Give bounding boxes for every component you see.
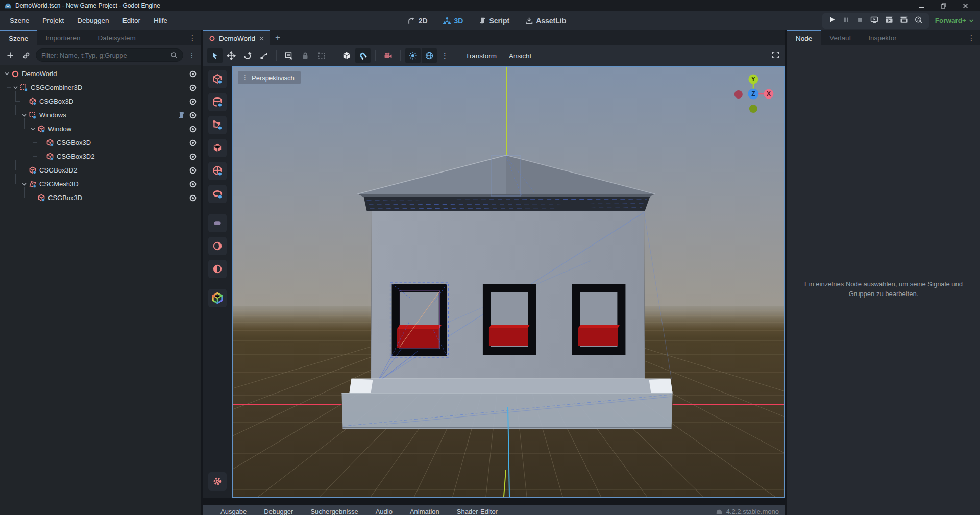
attached-script-icon[interactable] (178, 111, 185, 119)
close-button[interactable] (962, 3, 969, 9)
tree-row-window[interactable]: Window (0, 122, 201, 136)
tree-row-csgbox3d[interactable]: CSGBox3D (0, 94, 201, 108)
menu-editor[interactable]: Editor (116, 14, 147, 28)
visibility-eye-icon[interactable] (189, 70, 197, 78)
csg-cylinder-button[interactable] (208, 93, 227, 111)
scene-filter-input[interactable] (41, 52, 167, 59)
group-node-button[interactable] (314, 48, 329, 63)
local-space-button[interactable] (339, 48, 354, 63)
3d-viewport[interactable]: Y X Z ⋮ Perspektivisch (232, 66, 785, 498)
new-scene-tab-button[interactable]: + (270, 30, 285, 45)
tab-node[interactable]: Node (787, 30, 821, 45)
play-scene-button[interactable] (885, 16, 893, 26)
tree-row-csgbox3d2[interactable]: CSGBox3D2 (0, 150, 201, 163)
visibility-eye-icon[interactable] (189, 111, 197, 119)
menu-debuggen[interactable]: Debuggen (70, 14, 115, 28)
visibility-eye-icon[interactable] (189, 84, 197, 92)
snap-toggle-button[interactable] (355, 48, 371, 63)
tab-dateisystem[interactable]: Dateisystem (89, 30, 144, 45)
visibility-eye-icon[interactable] (189, 194, 197, 202)
tree-row-csgmesh3d[interactable]: CSGMesh3D (0, 177, 201, 191)
dock-menu-dots[interactable]: ⋮ (184, 30, 201, 45)
visibility-eye-icon[interactable] (189, 180, 197, 188)
collapse-caret-icon[interactable] (29, 125, 37, 133)
right-dock-menu-dots[interactable]: ⋮ (963, 30, 980, 45)
perspective-dropdown[interactable]: ⋮ Perspektivisch (238, 71, 301, 84)
play-button[interactable] (828, 16, 836, 26)
add-node-button[interactable] (4, 49, 16, 61)
csg-operation-union-button[interactable] (208, 214, 227, 232)
gridmap-button[interactable] (208, 289, 227, 307)
collapse-caret-icon[interactable] (3, 70, 11, 78)
tab-verlauf[interactable]: Verlauf (821, 30, 860, 45)
tree-row-csgbox3d[interactable]: CSGBox3D (0, 191, 201, 205)
tab-szene[interactable]: Szene (0, 30, 37, 45)
collapse-caret-icon[interactable] (12, 84, 19, 91)
csg-mesh-button[interactable] (208, 139, 227, 157)
visibility-eye-icon[interactable] (189, 166, 197, 175)
csg-operation-subtraction-button[interactable] (208, 260, 227, 278)
fullscreen-expand-icon[interactable] (771, 51, 780, 61)
tree-row-demoworld[interactable]: DemoWorld (0, 67, 201, 81)
menu-hilfe[interactable]: Hilfe (147, 14, 174, 28)
workspace-script-button[interactable]: Script (474, 15, 513, 27)
renderer-dropdown[interactable]: Forward+ (935, 17, 974, 24)
close-tab-icon[interactable] (259, 36, 264, 41)
csg-polygon-button[interactable] (208, 116, 227, 134)
select-tool-button[interactable] (207, 48, 223, 63)
bottom-tab-debugger[interactable]: Debugger (264, 505, 293, 515)
gizmo-neg-y[interactable] (749, 105, 757, 113)
transform-menu[interactable]: Transform (460, 52, 502, 60)
csg-cylinder-icon (212, 96, 223, 108)
tree-row-windows[interactable]: Windows (0, 108, 201, 122)
play-custom-scene-button[interactable] (900, 16, 908, 26)
menu-projekt[interactable]: Projekt (36, 14, 70, 28)
tab-importieren[interactable]: Importieren (37, 30, 89, 45)
scene-tab-demoworld[interactable]: DemoWorld (203, 30, 270, 45)
pause-button[interactable] (843, 16, 850, 26)
tree-row-csgcombiner3d[interactable]: CSGCombiner3D (0, 81, 201, 94)
workspace-2d-button[interactable]: 2D (403, 15, 432, 27)
rotate-tool-button[interactable] (240, 48, 255, 63)
visibility-eye-icon[interactable] (189, 139, 197, 147)
tree-menu-dots[interactable]: ⋮ (187, 51, 197, 59)
scene-tree: DemoWorld CSGCombiner3D CSGBox3D (0, 65, 201, 515)
preview-camera-button[interactable] (380, 48, 396, 63)
list-select-tool-button[interactable] (281, 48, 297, 63)
visibility-eye-icon[interactable] (189, 153, 197, 161)
workspace-3d-button[interactable]: 3D (439, 15, 468, 27)
scale-tool-button[interactable] (256, 48, 272, 63)
visibility-eye-icon[interactable] (189, 97, 197, 106)
tree-row-csgbox3d[interactable]: CSGBox3D (0, 136, 201, 150)
csg-torus-button[interactable] (208, 185, 227, 203)
viewport-extra-options-dots[interactable]: ⋮ (438, 51, 452, 60)
gizmo-neg-x[interactable] (734, 90, 743, 99)
visibility-eye-icon[interactable] (189, 125, 197, 133)
settings-gear-button[interactable] (208, 472, 227, 491)
lock-node-button[interactable] (298, 48, 313, 63)
bottom-tab-suchergebnisse[interactable]: Suchergebnisse (310, 505, 358, 515)
csg-operation-intersection-button[interactable] (208, 237, 227, 255)
tree-row-csgbox3d2[interactable]: CSGBox3D2 (0, 163, 201, 177)
preview-environment-button[interactable] (422, 48, 437, 63)
bottom-tab-animation[interactable]: Animation (410, 505, 439, 515)
minimize-button[interactable] (918, 3, 925, 9)
stop-button[interactable] (856, 16, 864, 26)
bottom-tab-shader-editor[interactable]: Shader-Editor (457, 505, 498, 515)
bottom-tab-ausgabe[interactable]: Ausgabe (220, 505, 247, 515)
collapse-caret-icon[interactable] (20, 180, 28, 188)
restore-button[interactable] (940, 3, 947, 9)
move-tool-button[interactable] (224, 48, 239, 63)
csg-box-button[interactable] (208, 70, 227, 88)
bottom-tab-audio[interactable]: Audio (376, 505, 393, 515)
view-menu[interactable]: Ansicht (503, 52, 537, 60)
play-remote-button[interactable] (870, 16, 878, 26)
workspace-assetlib-button[interactable]: AssetLib (521, 15, 570, 27)
instance-scene-button[interactable] (20, 49, 32, 61)
preview-sun-button[interactable] (405, 48, 421, 63)
tab-inspektor[interactable]: Inspektor (860, 30, 905, 45)
collapse-caret-icon[interactable] (20, 111, 28, 119)
movie-maker-button[interactable] (915, 16, 923, 26)
menu-szene[interactable]: Szene (3, 14, 36, 28)
csg-sphere-button[interactable] (208, 162, 227, 180)
